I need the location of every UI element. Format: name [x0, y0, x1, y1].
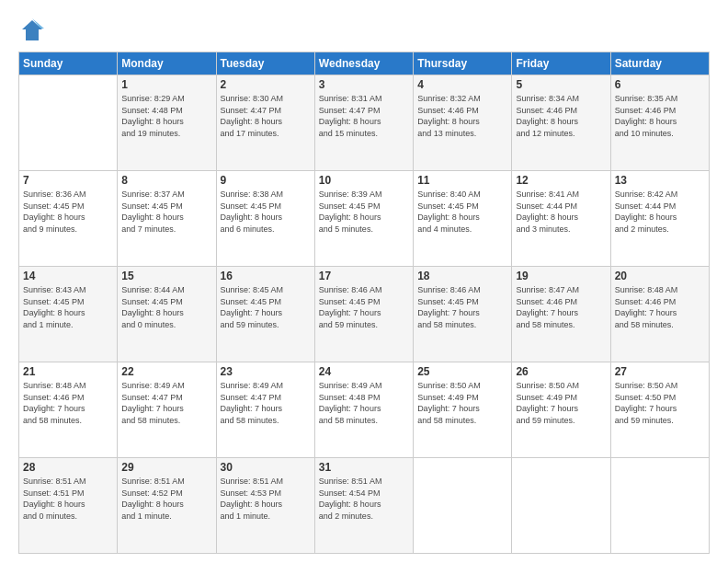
day-number: 14: [23, 270, 113, 282]
svg-marker-0: [22, 20, 42, 40]
day-number: 6: [615, 78, 705, 91]
day-number: 25: [417, 365, 507, 378]
calendar-cell: 2Sunrise: 8:30 AM Sunset: 4:47 PM Daylig…: [216, 75, 314, 171]
calendar-cell: 20Sunrise: 8:48 AM Sunset: 4:46 PM Dayli…: [610, 267, 709, 362]
calendar-week-row: 21Sunrise: 8:48 AM Sunset: 4:46 PM Dayli…: [19, 362, 710, 458]
calendar-cell: 29Sunrise: 8:51 AM Sunset: 4:52 PM Dayli…: [118, 458, 216, 554]
calendar-cell: 11Sunrise: 8:40 AM Sunset: 4:45 PM Dayli…: [414, 171, 512, 267]
day-number: 13: [615, 174, 705, 187]
day-of-week-header: Saturday: [610, 52, 709, 75]
calendar-cell: 3Sunrise: 8:31 AM Sunset: 4:47 PM Daylig…: [314, 75, 413, 171]
day-info: Sunrise: 8:42 AM Sunset: 4:44 PM Dayligh…: [615, 189, 705, 235]
day-info: Sunrise: 8:51 AM Sunset: 4:52 PM Dayligh…: [121, 476, 211, 522]
day-number: 17: [319, 270, 409, 282]
calendar-cell: 25Sunrise: 8:50 AM Sunset: 4:49 PM Dayli…: [414, 362, 512, 458]
calendar-week-row: 28Sunrise: 8:51 AM Sunset: 4:51 PM Dayli…: [19, 458, 710, 554]
day-number: 2: [221, 78, 311, 91]
calendar-cell: 16Sunrise: 8:45 AM Sunset: 4:45 PM Dayli…: [216, 267, 314, 362]
day-info: Sunrise: 8:49 AM Sunset: 4:48 PM Dayligh…: [319, 380, 409, 426]
calendar-cell: 8Sunrise: 8:37 AM Sunset: 4:45 PM Daylig…: [118, 171, 216, 267]
day-info: Sunrise: 8:45 AM Sunset: 4:45 PM Dayligh…: [221, 284, 311, 330]
day-number: 1: [121, 78, 211, 91]
calendar-cell: 15Sunrise: 8:44 AM Sunset: 4:45 PM Dayli…: [118, 267, 216, 362]
day-number: 16: [221, 270, 311, 282]
day-info: Sunrise: 8:35 AM Sunset: 4:46 PM Dayligh…: [615, 93, 705, 139]
calendar-cell: 1Sunrise: 8:29 AM Sunset: 4:48 PM Daylig…: [118, 75, 216, 171]
logo-icon: [18, 17, 46, 44]
calendar-cell: 13Sunrise: 8:42 AM Sunset: 4:44 PM Dayli…: [610, 171, 709, 267]
day-number: 3: [319, 78, 409, 91]
logo: [18, 17, 50, 44]
day-info: Sunrise: 8:34 AM Sunset: 4:46 PM Dayligh…: [516, 93, 606, 139]
day-number: 18: [417, 270, 507, 282]
calendar-cell: 10Sunrise: 8:39 AM Sunset: 4:45 PM Dayli…: [314, 171, 413, 267]
calendar-cell: 22Sunrise: 8:49 AM Sunset: 4:47 PM Dayli…: [118, 362, 216, 458]
day-info: Sunrise: 8:44 AM Sunset: 4:45 PM Dayligh…: [121, 284, 211, 330]
day-number: 20: [615, 270, 705, 282]
calendar-cell: 4Sunrise: 8:32 AM Sunset: 4:46 PM Daylig…: [414, 75, 512, 171]
day-of-week-header: Thursday: [414, 52, 512, 75]
day-info: Sunrise: 8:32 AM Sunset: 4:46 PM Dayligh…: [417, 93, 507, 139]
day-info: Sunrise: 8:30 AM Sunset: 4:47 PM Dayligh…: [221, 93, 311, 139]
calendar-cell: 23Sunrise: 8:49 AM Sunset: 4:47 PM Dayli…: [216, 362, 314, 458]
calendar-week-row: 7Sunrise: 8:36 AM Sunset: 4:45 PM Daylig…: [19, 171, 710, 267]
calendar-cell: 18Sunrise: 8:46 AM Sunset: 4:45 PM Dayli…: [414, 267, 512, 362]
day-info: Sunrise: 8:50 AM Sunset: 4:49 PM Dayligh…: [417, 380, 507, 426]
day-info: Sunrise: 8:51 AM Sunset: 4:51 PM Dayligh…: [23, 476, 113, 522]
day-info: Sunrise: 8:39 AM Sunset: 4:45 PM Dayligh…: [319, 189, 409, 235]
day-info: Sunrise: 8:31 AM Sunset: 4:47 PM Dayligh…: [319, 93, 409, 139]
calendar-cell: 27Sunrise: 8:50 AM Sunset: 4:50 PM Dayli…: [610, 362, 709, 458]
day-number: 27: [615, 365, 705, 378]
day-info: Sunrise: 8:36 AM Sunset: 4:45 PM Dayligh…: [23, 189, 113, 235]
header: [18, 17, 710, 44]
calendar-cell: [512, 458, 610, 554]
calendar-cell: 17Sunrise: 8:46 AM Sunset: 4:45 PM Dayli…: [314, 267, 413, 362]
day-info: Sunrise: 8:50 AM Sunset: 4:49 PM Dayligh…: [516, 380, 606, 426]
calendar-cell: 6Sunrise: 8:35 AM Sunset: 4:46 PM Daylig…: [610, 75, 709, 171]
calendar-cell: 31Sunrise: 8:51 AM Sunset: 4:54 PM Dayli…: [314, 458, 413, 554]
day-number: 28: [23, 461, 113, 474]
day-info: Sunrise: 8:49 AM Sunset: 4:47 PM Dayligh…: [221, 380, 311, 426]
day-number: 29: [121, 461, 211, 474]
day-number: 23: [221, 365, 311, 378]
calendar-cell: 14Sunrise: 8:43 AM Sunset: 4:45 PM Dayli…: [19, 267, 118, 362]
day-of-week-header: Tuesday: [216, 52, 314, 75]
day-info: Sunrise: 8:47 AM Sunset: 4:46 PM Dayligh…: [516, 284, 606, 330]
calendar-week-row: 14Sunrise: 8:43 AM Sunset: 4:45 PM Dayli…: [19, 267, 710, 362]
day-of-week-header: Monday: [118, 52, 216, 75]
day-number: 30: [221, 461, 311, 474]
day-number: 24: [319, 365, 409, 378]
calendar-cell: 30Sunrise: 8:51 AM Sunset: 4:53 PM Dayli…: [216, 458, 314, 554]
day-info: Sunrise: 8:37 AM Sunset: 4:45 PM Dayligh…: [121, 189, 211, 235]
calendar-cell: [414, 458, 512, 554]
page: SundayMondayTuesdayWednesdayThursdayFrid…: [0, 0, 728, 563]
calendar-cell: 5Sunrise: 8:34 AM Sunset: 4:46 PM Daylig…: [512, 75, 610, 171]
day-of-week-header: Wednesday: [314, 52, 413, 75]
day-number: 22: [121, 365, 211, 378]
day-number: 8: [121, 174, 211, 187]
day-number: 11: [417, 174, 507, 187]
day-number: 21: [23, 365, 113, 378]
day-number: 12: [516, 174, 606, 187]
day-info: Sunrise: 8:49 AM Sunset: 4:47 PM Dayligh…: [121, 380, 211, 426]
day-info: Sunrise: 8:51 AM Sunset: 4:54 PM Dayligh…: [319, 476, 409, 522]
calendar-header-row: SundayMondayTuesdayWednesdayThursdayFrid…: [19, 52, 710, 75]
calendar-cell: 9Sunrise: 8:38 AM Sunset: 4:45 PM Daylig…: [216, 171, 314, 267]
day-info: Sunrise: 8:38 AM Sunset: 4:45 PM Dayligh…: [221, 189, 311, 235]
calendar: SundayMondayTuesdayWednesdayThursdayFrid…: [18, 52, 710, 554]
calendar-cell: [610, 458, 709, 554]
day-of-week-header: Friday: [512, 52, 610, 75]
calendar-week-row: 1Sunrise: 8:29 AM Sunset: 4:48 PM Daylig…: [19, 75, 710, 171]
day-info: Sunrise: 8:40 AM Sunset: 4:45 PM Dayligh…: [417, 189, 507, 235]
calendar-cell: [19, 75, 118, 171]
day-info: Sunrise: 8:46 AM Sunset: 4:45 PM Dayligh…: [319, 284, 409, 330]
day-info: Sunrise: 8:48 AM Sunset: 4:46 PM Dayligh…: [615, 284, 705, 330]
day-info: Sunrise: 8:29 AM Sunset: 4:48 PM Dayligh…: [121, 93, 211, 139]
day-info: Sunrise: 8:51 AM Sunset: 4:53 PM Dayligh…: [221, 476, 311, 522]
calendar-cell: 7Sunrise: 8:36 AM Sunset: 4:45 PM Daylig…: [19, 171, 118, 267]
day-number: 26: [516, 365, 606, 378]
calendar-cell: 12Sunrise: 8:41 AM Sunset: 4:44 PM Dayli…: [512, 171, 610, 267]
calendar-cell: 26Sunrise: 8:50 AM Sunset: 4:49 PM Dayli…: [512, 362, 610, 458]
day-info: Sunrise: 8:46 AM Sunset: 4:45 PM Dayligh…: [417, 284, 507, 330]
day-of-week-header: Sunday: [19, 52, 118, 75]
